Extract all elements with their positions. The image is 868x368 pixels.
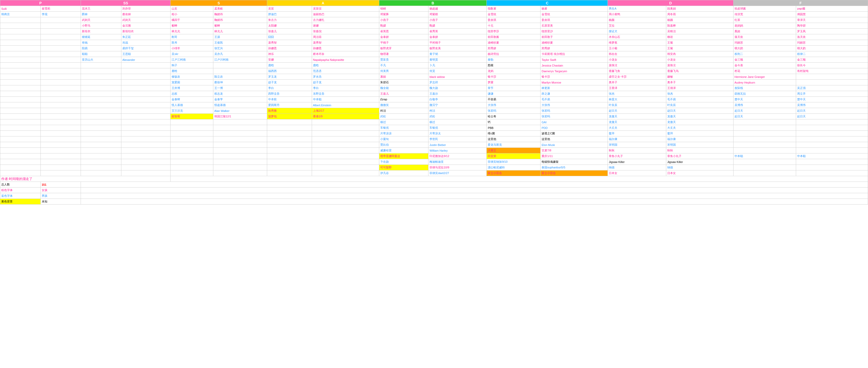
table-cell: 神乐 <box>267 51 312 57</box>
table-cell <box>170 131 213 136</box>
table-cell: 王一博 <box>213 85 267 91</box>
total-label: 总人数 <box>0 182 41 188</box>
table-cell <box>213 165 267 170</box>
table-cell: 陶华碧 <box>796 23 868 29</box>
table-cell: 吴宣 <box>267 6 312 11</box>
table-cell: 崔秀英 <box>429 29 487 34</box>
table-cell: 有村架纯 <box>796 68 868 74</box>
table-cell <box>40 136 81 142</box>
table-cell: 虚空之女·卡莎 <box>608 74 666 80</box>
table-cell <box>312 136 379 142</box>
table-cell: 吴博伟 <box>733 103 796 108</box>
table-cell: 卜凡 <box>429 63 487 68</box>
table-cell <box>40 159 81 165</box>
table-cell <box>81 136 121 142</box>
table-row: 怪人基德怪盗基德爱因斯丹Albert.Einstein撒微笑撒贝宁大张伟大张伟叶… <box>0 103 868 108</box>
pink-label: 粉色字体 <box>0 188 41 193</box>
table-cell <box>213 119 267 125</box>
table-cell <box>81 148 121 153</box>
table-cell: 李世民 <box>429 136 487 142</box>
table-cell: 渗透之C菌 <box>540 131 608 136</box>
table-cell: 斋藤飞鱼 <box>608 68 666 74</box>
table-cell: 杨诗劳拉 <box>487 51 540 57</box>
table-cell: 杨超越 <box>429 6 487 11</box>
table-cell: 太阳娜 <box>267 23 312 29</box>
table-cell: Audrey Hepburn <box>733 80 796 85</box>
table-cell <box>796 148 868 153</box>
table-row: 贾比伯Justin Bieber爱龙马斯克Elon Musk宋明国宋明国 <box>0 142 868 148</box>
table-cell <box>121 165 170 170</box>
table-cell <box>40 119 81 125</box>
table-cell: PDD <box>540 125 608 131</box>
table-cell <box>81 114 121 119</box>
table-cell: 裴珠泫 <box>608 63 666 68</box>
table-cell: 红茶 <box>733 17 796 23</box>
col-f-header: F <box>733 0 868 6</box>
table-cell: 贾比伯 <box>379 142 428 148</box>
table-cell: 拍皮球酱 <box>733 6 796 11</box>
table-cell <box>121 97 170 103</box>
table-cell: 泰勒 <box>487 57 540 63</box>
table-cell: 窈格瓦拉 <box>733 91 796 97</box>
table-cell <box>267 119 312 125</box>
table-row: Sulli崔雪莉花木兰刘亦菲山支孟美岐吴宣吴宣仪锦鲤杨超越指数幂杨幂男生A段奥娟… <box>0 6 868 11</box>
table-cell: 王菊 <box>666 46 733 51</box>
table-cell: 纽部里沙 <box>540 29 608 34</box>
table-cell <box>121 74 170 80</box>
table-cell <box>121 125 170 131</box>
table-cell: Jigsaw Killer <box>608 159 666 165</box>
table-cell: 刚哥 <box>170 34 213 40</box>
table-cell: 这里他 <box>487 136 540 142</box>
table-cell: 片寄凉凉 <box>379 131 428 136</box>
table-cell <box>0 51 41 57</box>
table-cell: 纽部李莎 <box>487 29 540 34</box>
table-cell: 伊凡谷 <box>379 170 428 176</box>
table-cell <box>213 136 267 142</box>
table-cell: 姜炎琪 <box>487 17 540 23</box>
table-cell <box>121 136 170 142</box>
table-cell: Albert.Einstein <box>312 103 379 108</box>
table-cell <box>81 68 121 74</box>
table-cell <box>40 51 81 57</box>
table-cell: 平桃子 <box>379 40 428 46</box>
table-cell: 张若吗 <box>540 108 608 114</box>
table-cell <box>81 159 121 165</box>
table-cell <box>312 165 379 170</box>
table-cell <box>40 46 81 51</box>
table-cell: 香港1/9 <box>312 114 379 119</box>
table-cell: Marilyn Monroe <box>540 80 608 85</box>
table-row: 片寄凉凉片寄凉太维c菌渗透之C菌鳌拜鳌拜 <box>0 131 868 136</box>
table-cell: 板野虎牙 <box>379 46 428 51</box>
table-cell <box>40 108 81 114</box>
table-cell: 猪猪延 <box>81 34 121 40</box>
table-cell: 王填泽 <box>666 85 733 91</box>
table-cell: 艾拉 <box>608 23 666 29</box>
table-cell: 孙娜恩 <box>267 46 312 51</box>
table-cell: 东野圭吾 <box>312 91 379 97</box>
table-row: 塔帝亚娜阿曼达印尼雅加达9/12田亚荣重庆1/11章鱼小丸子章鱼小丸子中本聪中本… <box>0 153 868 159</box>
table-cell: 寡姐 <box>379 74 428 80</box>
table-cell: 吴宣仪 <box>312 6 379 11</box>
table-cell: 杨颜 <box>666 17 733 23</box>
table-cell: 田亚荣 <box>487 153 540 159</box>
table-cell: Jessica Chastain <box>540 63 608 68</box>
table-cell <box>170 159 213 165</box>
table-row: 威廉哈雷William Harley大胃王甘肃7/8秋秋秋秋 <box>0 148 868 153</box>
table-cell <box>213 68 267 74</box>
table-cell <box>121 131 170 136</box>
table-cell <box>121 68 170 74</box>
table-cell: 撒贝宁 <box>429 103 487 108</box>
table-cell <box>40 165 81 170</box>
table-cell: 橘四千 <box>170 17 213 23</box>
table-cell <box>267 125 312 131</box>
table-cell: 搜证犬 <box>608 29 666 34</box>
table-cell <box>267 142 312 148</box>
table-cell: 福尔康 <box>666 136 733 142</box>
table-cell: 谦谦 <box>487 91 540 97</box>
table-cell: 古力娜扎 <box>312 17 379 23</box>
table-cell <box>121 119 170 125</box>
table-cell <box>40 153 81 159</box>
table-cell: 重庆1/11 <box>540 153 608 159</box>
table-cell: 富士小百合 <box>487 170 540 176</box>
table-cell: 小野马 <box>81 23 121 29</box>
